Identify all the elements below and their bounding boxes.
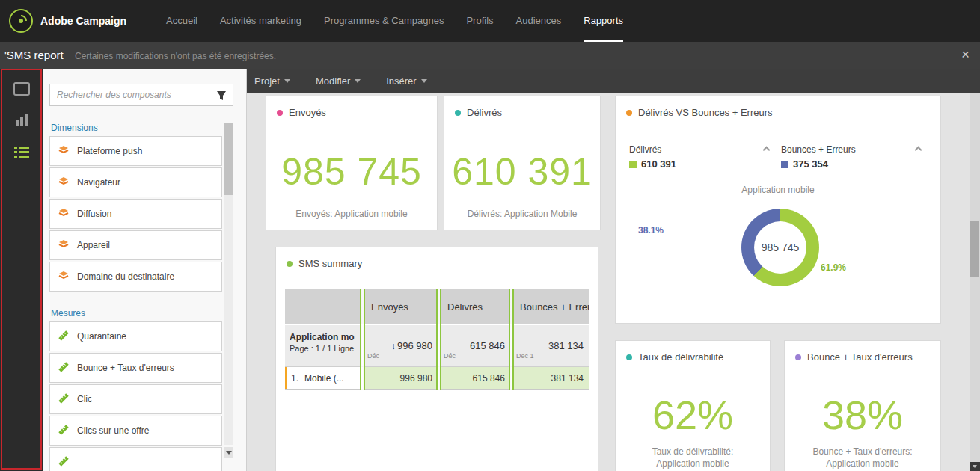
palette-item-label: Clic: [77, 394, 92, 404]
donut-chart: 985 745: [741, 209, 819, 286]
group-cell-value: 381 134: [548, 340, 584, 351]
top-navigation-bar: Adobe Campaign Accueil Activités marketi…: [0, 0, 980, 42]
page-scroll-down-button[interactable]: [970, 462, 980, 471]
kpi-caption: Délivrés: Application Mobile: [444, 209, 600, 219]
dimension-icon: [58, 270, 70, 284]
menu-projet[interactable]: Projet: [254, 76, 290, 87]
donut-center-value: 985 745: [754, 221, 806, 274]
widget-taux-delivrabilite[interactable]: Taux de délivrabilité 62% Taux de délivr…: [615, 340, 771, 471]
dimension-icon: [58, 207, 70, 221]
palette-scroll-down-button[interactable]: [224, 447, 233, 458]
widget-envoyes[interactable]: Envoyés 985 745 Envoyés: Application mob…: [266, 96, 438, 230]
row-index: 1.: [291, 373, 298, 384]
adobe-campaign-logo-icon: [9, 9, 33, 33]
page-scrollbar-track[interactable]: [970, 93, 980, 462]
group-cell-sublabel: Déc: [444, 352, 456, 366]
menu-modifier[interactable]: Modifier: [316, 76, 361, 87]
widget-title: Délivrés: [467, 107, 502, 118]
row-name: Mobile (...: [304, 373, 344, 384]
legend-value: 610 391: [641, 158, 676, 170]
row-cell-bounces: 381 134: [511, 367, 589, 389]
widget-delivres-vs-bounces[interactable]: Délivrés VS Bounces + Erreurs Délivrés 6…: [615, 96, 941, 324]
widget-title: Délivrés VS Bounces + Erreurs: [638, 107, 773, 118]
palette-item-clics-offre[interactable]: Clics sur une offre: [49, 416, 222, 446]
sort-desc-icon[interactable]: ↓: [391, 341, 396, 351]
palette-item-diffusion[interactable]: Diffusion: [49, 199, 222, 229]
legend-delivres: Délivrés 610 391: [626, 138, 778, 179]
donut-subtitle: Application mobile: [616, 185, 940, 195]
widget-dot-icon: [626, 354, 632, 360]
palette-item-navigateur[interactable]: Navigateur: [49, 167, 222, 197]
mesures-section-label: Mesures: [51, 308, 85, 318]
close-icon[interactable]: ×: [961, 46, 970, 63]
components-list-icon[interactable]: [0, 136, 43, 167]
table-header-envoyes[interactable]: Envoyés: [362, 289, 438, 324]
kpi-caption-line1: Bounce + Taux d'erreurs:: [785, 446, 940, 458]
group-cell-value: 615 846: [470, 340, 505, 351]
measure-icon: [58, 392, 70, 407]
measure-icon: [58, 424, 70, 438]
report-canvas: Envoyés 985 745 Envoyés: Application mob…: [247, 93, 970, 471]
table-header-blank[interactable]: [285, 289, 362, 324]
dimension-icon: [58, 176, 70, 190]
kpi-value: 38%: [785, 392, 940, 438]
page-scrollbar-thumb[interactable]: [970, 221, 979, 277]
left-tool-strip: [0, 69, 43, 471]
palette-item-clic[interactable]: Clic: [49, 384, 222, 414]
kpi-value: 62%: [616, 392, 770, 438]
components-panel: Dimensions Plateforme push Navigateur Di…: [43, 69, 247, 471]
measure-icon: [58, 330, 70, 344]
brand[interactable]: Adobe Campaign: [9, 9, 126, 33]
page-panel-icon[interactable]: [0, 73, 43, 105]
group-cell-delivres: Déc 615 846: [438, 325, 511, 366]
report-header-bar: 'SMS report Certaines modifications n'on…: [0, 42, 980, 69]
nav-item-audiences[interactable]: Audiences: [516, 0, 562, 42]
table-header-delivres[interactable]: Délivrés: [438, 289, 511, 324]
dimension-icon: [58, 144, 70, 158]
nav-item-activites-marketing[interactable]: Activités marketing: [220, 0, 301, 42]
palette-item-label: Navigateur: [77, 177, 120, 188]
widget-sms-summary[interactable]: SMS summary Envoyés Délivrés Bounces + E…: [275, 247, 598, 471]
widget-title: Taux de délivrabilité: [638, 351, 723, 363]
table-header-bounces[interactable]: Bounces + Erreurs: [511, 289, 589, 324]
filter-funnel-icon[interactable]: [216, 90, 227, 104]
group-cell-value: 996 980: [397, 340, 432, 351]
palette-item-bounce-taux-erreurs[interactable]: Bounce + Taux d'erreurs: [49, 353, 222, 383]
table-row[interactable]: 1. Mobile (... 996 980 615 846 381 134: [285, 366, 589, 390]
search-input[interactable]: [50, 84, 203, 105]
kpi-value: 610 391: [444, 150, 600, 194]
app-title: Adobe Campaign: [40, 15, 126, 27]
group-cell-sublabel: Déc: [367, 352, 379, 366]
row-cell-delivres: 615 846: [438, 367, 511, 389]
widget-delivres[interactable]: Délivrés 610 391 Délivrés: Application M…: [444, 96, 601, 230]
table-header-row: Envoyés Délivrés Bounces + Erreurs: [285, 289, 589, 324]
table-group-row[interactable]: Application mo Page : 1 / 1 Ligne Déc ↓ …: [285, 324, 589, 366]
widget-dot-icon: [455, 110, 461, 116]
nav-item-programmes-campagnes[interactable]: Programmes & Campagnes: [324, 0, 444, 42]
widget-dot-icon: [626, 110, 632, 116]
donut-pct-green: 61.9%: [821, 262, 846, 273]
palette-scrollbar-thumb[interactable]: [224, 123, 233, 195]
legend-bounces: Bounces + Erreurs 375 354: [778, 138, 930, 179]
widget-bounce-taux-erreurs[interactable]: Bounce + Taux d'erreurs 38% Bounce + Tau…: [784, 340, 941, 471]
nav-item-profils[interactable]: Profils: [466, 0, 493, 42]
palette-item-appareil[interactable]: Appareil: [49, 230, 222, 260]
palette-item-plateforme-push[interactable]: Plateforme push: [49, 136, 222, 166]
widget-title: SMS summary: [298, 258, 362, 269]
nav-item-accueil[interactable]: Accueil: [166, 0, 197, 42]
dimension-icon: [58, 238, 70, 253]
nav-item-rapports[interactable]: Rapports: [584, 0, 623, 42]
bar-chart-icon[interactable]: [0, 105, 43, 136]
widget-dot-icon: [277, 110, 283, 116]
palette-item-partial[interactable]: [49, 447, 222, 471]
widget-dot-icon: [287, 261, 293, 267]
palette-item-label: Domaine du destinataire: [77, 271, 174, 282]
palette-item-quarantaine[interactable]: Quarantaine: [49, 321, 222, 351]
kpi-caption-line1: Taux de délivrabilité:: [616, 446, 770, 458]
legend-label: Bounces + Erreurs: [781, 144, 927, 155]
palette-item-domaine-destinataire[interactable]: Domaine du destinataire: [49, 262, 222, 292]
palette-item-label: Quarantaine: [77, 331, 126, 342]
dimensions-list: Plateforme push Navigateur Diffusion App…: [49, 136, 222, 293]
menu-inserer[interactable]: Insérer: [386, 76, 426, 87]
menu-label: Insérer: [386, 76, 416, 87]
